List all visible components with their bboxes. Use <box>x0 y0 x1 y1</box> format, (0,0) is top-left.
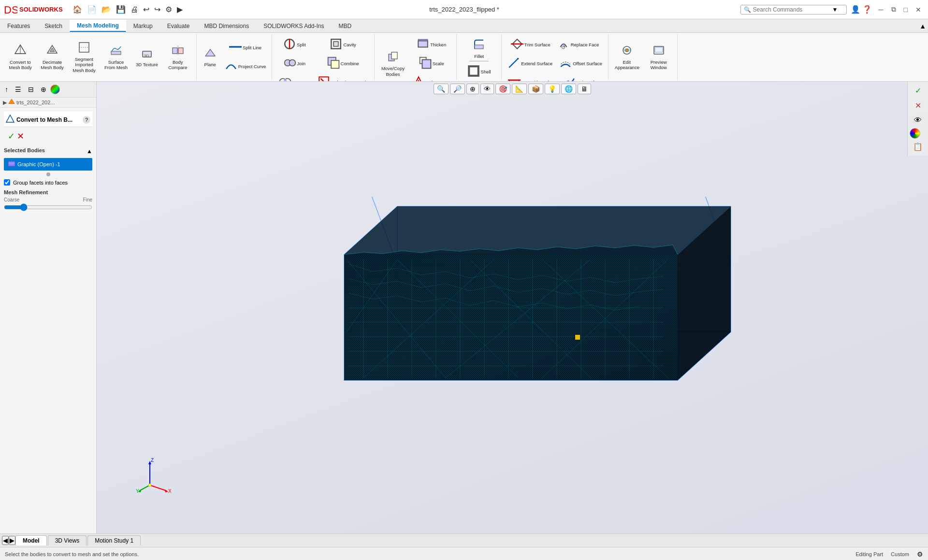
tab-nav-next[interactable]: ▶ <box>9 536 15 545</box>
decimate-mesh-icon <box>46 44 58 58</box>
delete-face-button[interactable]: Delete Face <box>409 73 453 81</box>
vp-scene-button[interactable]: 🌐 <box>561 84 576 94</box>
tab-mbd-dimensions[interactable]: MBD Dimensions <box>197 20 256 32</box>
vp-display-button[interactable]: 🖥 <box>578 84 591 94</box>
split-line-button[interactable]: Split Line <box>222 39 269 57</box>
open-button[interactable]: 📂 <box>100 4 113 15</box>
tab-evaluate[interactable]: Evaluate <box>160 20 197 32</box>
print-button[interactable]: 🖨 <box>129 4 140 15</box>
group-facets-checkbox[interactable] <box>4 179 10 186</box>
close-button[interactable]: ✕ <box>913 4 924 14</box>
color-mini-button[interactable] <box>910 128 920 139</box>
search-input[interactable] <box>753 6 830 13</box>
tab-solidworks-addins[interactable]: SOLIDWORKS Add-Ins <box>256 20 331 32</box>
segment-imported-label: Segment Imported Mesh Body <box>72 57 96 73</box>
panel-tool-color[interactable] <box>50 85 60 94</box>
reject-button[interactable]: ✕ <box>910 99 926 113</box>
tab-model[interactable]: Model <box>15 535 47 546</box>
redo-button[interactable]: ↪ <box>152 4 162 15</box>
svg-text:Z: Z <box>151 458 154 463</box>
segment-imported-button[interactable]: Segment Imported Mesh Body <box>69 39 100 75</box>
expand-button[interactable]: ▶ <box>175 4 185 15</box>
viewport[interactable]: 🔍 🔎 ⊕ 👁 🎯 📐 📦 💡 🌐 🖥 ✓ ✕ 👁 📋 <box>97 82 928 533</box>
panel-tool-tree[interactable]: ⊟ <box>25 84 37 95</box>
minimize-button[interactable]: ─ <box>876 4 886 14</box>
panel-tool-arrow[interactable]: ↑ <box>2 84 11 95</box>
settings-icon[interactable]: ⚙ <box>917 550 923 558</box>
cancel-button[interactable]: ✕ <box>17 131 24 142</box>
vp-search-button[interactable]: 🔍 <box>434 84 449 94</box>
move-copy-label: Move/Copy Bodies <box>381 66 405 77</box>
scale-button[interactable]: Scale <box>409 55 453 72</box>
mesh-refinement-section: Mesh Refinement Coarse Fine <box>4 189 92 213</box>
help-button[interactable]: ❓ <box>862 5 872 14</box>
selected-bodies-collapse[interactable]: ▲ <box>87 148 92 155</box>
tab-markup[interactable]: Markup <box>126 20 160 32</box>
accept-button[interactable]: ✓ <box>910 84 926 98</box>
fillet-label: Fillet <box>474 54 484 59</box>
search-dropdown-icon[interactable]: ▼ <box>832 6 838 13</box>
save-button[interactable]: 💾 <box>114 4 128 15</box>
convert-to-mesh-button[interactable]: Convert to Mesh Body <box>5 42 36 73</box>
vp-eye-button[interactable]: 👁 <box>480 84 494 94</box>
project-curve-button[interactable]: Project Curve <box>222 57 269 75</box>
selected-body-item[interactable]: Graphic (Open) -1 <box>4 158 92 171</box>
offset-surface-button[interactable]: Offset Surface <box>556 55 605 72</box>
svg-rect-29 <box>392 52 397 59</box>
appearance-mini-button[interactable]: 👁 <box>910 114 926 127</box>
vp-cube-button[interactable]: 📦 <box>528 84 543 94</box>
tab-mbd[interactable]: MBD <box>332 20 359 32</box>
cut-with-surface-button[interactable]: Cut With Surface <box>505 73 559 81</box>
new-button[interactable]: 📄 <box>85 4 99 15</box>
tab-3d-views[interactable]: 3D Views <box>48 535 87 546</box>
delete-keep-button[interactable]: Delete/Keep Body <box>315 73 371 81</box>
split-button[interactable]: Split <box>275 36 314 54</box>
join-button[interactable]: Join <box>275 55 314 72</box>
decimate-mesh-button[interactable]: Decimate Mesh Body <box>37 42 68 73</box>
tab-nav-prev[interactable]: ◀ <box>2 536 9 545</box>
tab-sketch[interactable]: Sketch <box>37 20 70 32</box>
trim-surface-button[interactable]: Trim Surface <box>508 36 553 54</box>
panel-help-icon[interactable]: ? <box>83 116 90 124</box>
panel-tool-list[interactable]: ☰ <box>12 84 24 95</box>
ok-button[interactable]: ✓ <box>8 131 15 142</box>
ribbon-collapse-button[interactable]: ▲ <box>919 22 926 30</box>
svg-text:Y: Y <box>136 488 139 494</box>
knit-surface-button[interactable]: Knit Surface <box>560 73 605 81</box>
surface-from-mesh-button[interactable]: Surface From Mesh <box>101 42 131 73</box>
mesh-refinement-slider[interactable] <box>4 203 92 211</box>
home-button[interactable]: 🏠 <box>71 4 84 15</box>
panel-toolbar: ↑ ☰ ⊟ ⊕ <box>0 82 96 98</box>
panel-tool-target[interactable]: ⊕ <box>38 84 49 95</box>
tab-features[interactable]: Features <box>0 20 37 32</box>
undo-button[interactable]: ↩ <box>141 4 151 15</box>
move-copy-button[interactable]: ↔ Move/Copy Bodies <box>377 48 408 79</box>
vp-light-button[interactable]: 💡 <box>545 84 560 94</box>
restore-button[interactable]: ⧉ <box>888 4 899 14</box>
properties-mini-button[interactable]: 📋 <box>910 140 926 154</box>
tab-motion-study-1[interactable]: Motion Study 1 <box>87 535 141 546</box>
vp-target-button[interactable]: 🎯 <box>495 84 510 94</box>
vp-measure-button[interactable]: 📐 <box>512 84 527 94</box>
user-account-button[interactable]: 👤 <box>851 5 860 14</box>
combine-button[interactable]: Combine <box>315 55 371 72</box>
tab-mesh-modeling[interactable]: Mesh Modeling <box>70 20 126 32</box>
cavity-button[interactable]: Cavity <box>315 36 371 54</box>
vp-fit-button[interactable]: ⊕ <box>466 84 479 94</box>
shell-button[interactable]: Shell <box>460 63 498 81</box>
plane-button[interactable]: Plane <box>200 44 221 70</box>
vp-zoom-button[interactable]: 🔎 <box>450 84 465 94</box>
body-compare-button[interactable]: Body Compare <box>162 42 193 73</box>
maximize-button[interactable]: □ <box>901 4 911 14</box>
3d-texture-button[interactable]: 3D 3D Texture <box>132 44 161 70</box>
confirm-row: ✓ ✕ <box>4 129 92 144</box>
fillet-button[interactable]: Fillet <box>468 36 490 59</box>
intersect-button[interactable]: Intersect <box>275 73 314 81</box>
breadcrumb-arrow[interactable]: ▶ <box>3 100 7 106</box>
replace-face-button[interactable]: ↺ Replace Face <box>554 36 602 54</box>
options-button[interactable]: ⚙ <box>163 4 174 15</box>
preview-window-button[interactable]: Preview Window <box>643 42 674 73</box>
thicken-button[interactable]: Thicken <box>409 36 453 54</box>
edit-appearance-button[interactable]: Edit Appearance <box>611 42 642 73</box>
extend-surface-button[interactable]: Extend Surface <box>505 55 555 72</box>
